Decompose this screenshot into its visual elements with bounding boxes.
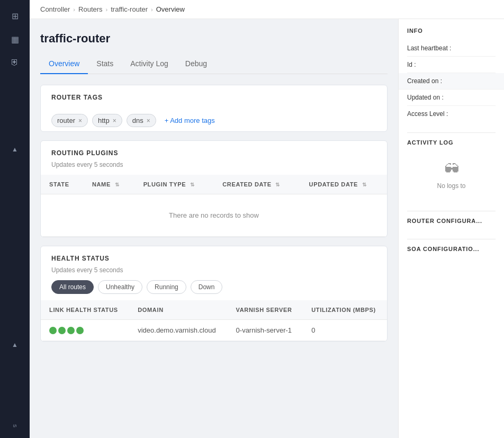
col-varnish-server-label: VARNISH SERVER <box>236 307 292 313</box>
health-status-table-container: LINK HEALTH STATUS DOMAIN VARNISH SERVER… <box>41 300 387 341</box>
info-row-id: Id : <box>407 57 496 73</box>
dot-2 <box>58 327 66 334</box>
tab-debug[interactable]: Debug <box>177 54 215 74</box>
sidebar-collapse-bottom[interactable]: ▲ <box>5 338 24 351</box>
sidebar: ⊞ ▦ ⛨ ▲ ▲ S <box>0 0 30 438</box>
router-tags-card: ROUTER TAGS router × http × dns × <box>40 85 388 132</box>
health-status-header-row: LINK HEALTH STATUS DOMAIN VARNISH SERVER… <box>41 300 387 320</box>
filter-unhealthy[interactable]: Unhealthy <box>98 280 142 294</box>
varnish-server-cell: 0-varnish-server-1 <box>228 320 303 341</box>
col-updated-date[interactable]: UPDATED DATE ⇅ <box>301 175 387 194</box>
sidebar-collapse-top[interactable]: ▲ <box>5 143 24 156</box>
tag-http: http × <box>92 114 122 127</box>
glasses-icon: 🕶 <box>444 160 459 178</box>
info-title: INFO <box>407 28 496 34</box>
utilization-cell: 0 <box>303 320 387 341</box>
col-updated-date-sort-icon: ⇅ <box>362 182 367 187</box>
tabs-nav: Overview Stats Activity Log Debug <box>40 54 388 74</box>
sidebar-icon-shield[interactable]: ⛨ <box>5 53 24 72</box>
col-state: STATE <box>41 175 84 194</box>
tab-overview[interactable]: Overview <box>40 54 88 74</box>
routing-plugins-table-container: STATE NAME ⇅ PLUGIN TYPE ⇅ <box>41 175 387 237</box>
filter-running[interactable]: Running <box>147 280 186 294</box>
col-link-health: LINK HEALTH STATUS <box>41 300 129 320</box>
col-created-date-sort-icon: ⇅ <box>275 182 280 187</box>
sidebar-icon-grid[interactable]: ⊞ <box>5 6 24 25</box>
health-status-thead: LINK HEALTH STATUS DOMAIN VARNISH SERVER… <box>41 300 387 320</box>
routing-plugins-title: ROUTING PLUGINS <box>51 149 376 157</box>
info-label-updated: Updated on : <box>407 94 444 101</box>
tab-stats[interactable]: Stats <box>88 54 122 74</box>
info-label-heartbeat: Last heartbeat : <box>407 44 451 52</box>
info-row-access: Access Level : <box>407 106 496 122</box>
col-utilization: UTILIZATION (MBPS) <box>303 300 387 320</box>
col-name[interactable]: NAME ⇅ <box>84 175 135 194</box>
col-plugin-type[interactable]: PLUGIN TYPE ⇅ <box>135 175 214 194</box>
tab-activity-log[interactable]: Activity Log <box>122 54 177 74</box>
health-dots <box>49 327 121 334</box>
col-created-date-label: CREATED DATE <box>222 181 271 187</box>
filter-down[interactable]: Down <box>191 280 223 294</box>
routing-plugins-card: ROUTING PLUGINS Updates every 5 seconds … <box>40 140 388 237</box>
tag-http-remove[interactable]: × <box>113 118 116 124</box>
col-state-label: STATE <box>49 181 69 187</box>
routing-plugins-header: ROUTING PLUGINS Updates every 5 seconds <box>41 141 387 175</box>
routing-plugins-thead: STATE NAME ⇅ PLUGIN TYPE ⇅ <box>41 175 387 194</box>
health-status-table: LINK HEALTH STATUS DOMAIN VARNISH SERVER… <box>41 300 387 341</box>
no-records-row: There are no records to show <box>41 194 387 237</box>
no-records-cell: There are no records to show <box>41 194 387 237</box>
router-config-section: ROUTER CONFIGURA... <box>407 211 496 228</box>
tag-router: router × <box>51 114 88 127</box>
health-status-header: HEALTH STATUS Updates every 5 seconds <box>41 246 387 280</box>
sidebar-icon-server[interactable]: ▦ <box>5 30 24 49</box>
sidebar-label: S <box>12 424 17 432</box>
col-varnish-server: VARNISH SERVER <box>228 300 303 320</box>
tag-router-remove[interactable]: × <box>78 118 82 124</box>
left-panel: traffic-router Overview Stats Activity L… <box>30 19 398 438</box>
soa-config-title: SOA CONFIGURATIO... <box>407 239 496 256</box>
activity-log-no-logs: No logs to <box>437 182 465 190</box>
tag-dns-label: dns <box>132 117 143 124</box>
col-plugin-type-sort-icon: ⇅ <box>190 182 195 187</box>
breadcrumb-sep-1: › <box>73 6 75 13</box>
breadcrumb-sep-2: › <box>106 6 108 13</box>
router-tags-title: ROUTER TAGS <box>51 94 376 101</box>
add-tag-button[interactable]: + Add more tags <box>160 114 219 127</box>
col-created-date[interactable]: CREATED DATE ⇅ <box>214 175 300 194</box>
info-section: INFO Last heartbeat : Id : Created on : … <box>407 28 496 122</box>
col-link-health-label: LINK HEALTH STATUS <box>49 307 118 313</box>
tags-row: router × http × dns × + Add more tags <box>41 112 387 131</box>
soa-config-section: SOA CONFIGURATIO... <box>407 239 496 256</box>
activity-log-title: ACTIVITY LOG <box>407 132 496 150</box>
chevron-up-icon: ▲ <box>12 146 18 153</box>
main-content: Controller › Routers › traffic-router › … <box>30 0 504 438</box>
activity-log-section: ACTIVITY LOG 🕶 No logs to <box>407 132 496 200</box>
health-filter-row: All routes Unhealthy Running Down <box>41 280 387 300</box>
info-row-heartbeat: Last heartbeat : <box>407 40 496 57</box>
dot-4 <box>76 327 84 334</box>
tag-http-label: http <box>98 117 110 124</box>
breadcrumb-controller[interactable]: Controller <box>40 5 70 13</box>
info-label-id: Id : <box>407 61 416 68</box>
chevron-down-icon: ▲ <box>12 342 18 348</box>
info-label-access: Access Level : <box>407 110 448 118</box>
col-domain-label: DOMAIN <box>138 307 164 313</box>
health-status-title: HEALTH STATUS <box>51 255 376 262</box>
breadcrumb-traffic-router[interactable]: traffic-router <box>111 5 148 13</box>
domain-cell: video.demo.varnish.cloud <box>129 320 227 341</box>
tag-dns-remove[interactable]: × <box>147 118 150 124</box>
router-config-title: ROUTER CONFIGURA... <box>407 211 496 228</box>
filter-all-routes[interactable]: All routes <box>51 280 94 294</box>
health-status-card: HEALTH STATUS Updates every 5 seconds Al… <box>40 246 388 342</box>
routing-plugins-tbody: There are no records to show <box>41 194 387 237</box>
health-status-tbody: video.demo.varnish.cloud 0-varnish-serve… <box>41 320 387 341</box>
col-name-label: NAME <box>92 181 111 187</box>
dot-3 <box>67 327 75 334</box>
page-title: traffic-router <box>40 32 388 46</box>
breadcrumb-routers[interactable]: Routers <box>78 5 103 13</box>
activity-log-placeholder: 🕶 No logs to <box>407 150 496 200</box>
router-tags-header: ROUTER TAGS <box>41 85 387 112</box>
health-status-subtitle: Updates every 5 seconds <box>51 266 376 274</box>
col-domain: DOMAIN <box>129 300 227 320</box>
breadcrumb: Controller › Routers › traffic-router › … <box>30 0 504 19</box>
